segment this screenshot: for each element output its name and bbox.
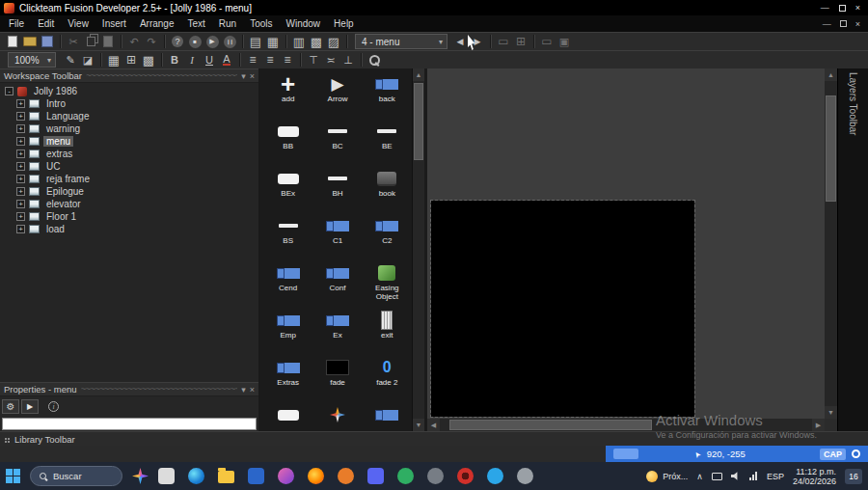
toolbar-icon[interactable]: [62, 52, 79, 68]
menu-item[interactable]: Text: [180, 16, 211, 31]
copilot-icon[interactable]: [132, 468, 149, 484]
scroll-left-icon[interactable]: ◀: [427, 419, 440, 431]
toolbar-icon[interactable]: [143, 34, 160, 49]
expander-icon[interactable]: [16, 99, 25, 108]
toolbar-icon[interactable]: [495, 34, 512, 49]
mdi-minimize-button[interactable]: —: [823, 19, 831, 29]
toolbar-icon[interactable]: [125, 34, 143, 49]
monitor-icon[interactable]: [712, 473, 722, 480]
library-object[interactable]: BE: [363, 120, 412, 167]
toolbar-icon[interactable]: [469, 34, 486, 49]
toolbar-icon[interactable]: [279, 52, 296, 68]
toolbar-icon[interactable]: [325, 34, 342, 49]
library-object[interactable]: C2: [363, 214, 412, 261]
toolbar-icon[interactable]: [39, 34, 56, 49]
toolbar-icon[interactable]: [247, 34, 264, 49]
tree-item[interactable]: Floor 1: [0, 210, 258, 223]
library-object[interactable]: BC: [312, 120, 362, 167]
properties-tab-settings[interactable]: ⚙: [2, 399, 19, 414]
toolbar-icon[interactable]: [366, 52, 383, 68]
maximize-button[interactable]: [839, 5, 846, 12]
scroll-thumb[interactable]: [414, 83, 423, 160]
toolbar-icon[interactable]: [166, 52, 183, 68]
layers-toolbar[interactable]: Layers Toolbar: [837, 68, 868, 431]
tree-root[interactable]: Jolly 1986: [0, 85, 258, 97]
library-object[interactable]: fade 2: [363, 356, 412, 403]
library-object[interactable]: Easing Object: [363, 261, 412, 309]
taskbar-app-icon[interactable]: [158, 468, 175, 484]
start-button[interactable]: [6, 469, 20, 483]
expander-icon[interactable]: [16, 162, 25, 171]
toolbar-icon[interactable]: [218, 52, 235, 68]
menu-item[interactable]: Insert: [95, 16, 133, 31]
toolbar-icon[interactable]: [290, 34, 308, 49]
toolbar-icon[interactable]: [308, 34, 325, 49]
toolbar-icon[interactable]: [186, 34, 203, 49]
library-object[interactable]: Emp: [263, 309, 312, 356]
taskbar-search[interactable]: Buscar: [30, 466, 122, 486]
toolbar-icon[interactable]: [538, 34, 556, 49]
menu-item[interactable]: Window: [280, 16, 328, 31]
scroll-track[interactable]: [440, 419, 812, 431]
tree-item[interactable]: menu: [0, 135, 258, 148]
toolbar-icon[interactable]: [99, 34, 117, 49]
library-scrollbar[interactable]: ▲ ▼: [412, 68, 424, 431]
volume-icon[interactable]: [731, 472, 741, 481]
library-object[interactable]: [263, 403, 312, 431]
pin-icon[interactable]: ▾: [241, 71, 246, 81]
tree-item[interactable]: Epilogue: [0, 185, 258, 198]
taskbar-weather[interactable]: Próx...: [646, 471, 688, 482]
taskbar-app-icon[interactable]: [308, 468, 324, 484]
expander-icon[interactable]: [16, 225, 25, 233]
taskbar-app-icon[interactable]: [427, 468, 444, 484]
close-button[interactable]: ×: [855, 4, 860, 13]
menu-item[interactable]: Tools: [243, 16, 279, 31]
toolbar-icon[interactable]: [261, 52, 279, 68]
mdi-restore-button[interactable]: [840, 20, 847, 27]
toolbar-icon[interactable]: [105, 52, 122, 68]
library-object[interactable]: BS: [263, 214, 312, 261]
library-object[interactable]: Cend: [263, 261, 312, 309]
taskbar-app-icon[interactable]: [517, 468, 533, 484]
library-object[interactable]: BEx: [263, 167, 312, 214]
toolbar-icon[interactable]: [65, 34, 82, 49]
taskbar-app-icon[interactable]: [338, 468, 354, 484]
expander-icon[interactable]: [16, 137, 25, 146]
network-icon[interactable]: [749, 472, 758, 480]
taskbar-app-icon[interactable]: [188, 468, 204, 484]
tree-item[interactable]: UC: [0, 160, 258, 173]
menu-item[interactable]: Arrange: [133, 16, 181, 31]
taskbar-app-icon[interactable]: [367, 468, 384, 484]
library-object[interactable]: Ex: [312, 309, 362, 356]
toolbar-icon[interactable]: [79, 52, 96, 68]
toolbar-icon[interactable]: [82, 34, 99, 49]
properties-tab-runtime[interactable]: ▶: [21, 399, 39, 414]
library-toolbar-bar[interactable]: Library Toolbar: [0, 431, 868, 446]
tree-item[interactable]: warning: [0, 122, 258, 135]
property-value-input[interactable]: [2, 418, 257, 430]
toolbar-icon[interactable]: [322, 52, 339, 68]
scroll-track[interactable]: [413, 81, 424, 419]
toolbar-icon[interactable]: [201, 52, 218, 68]
frame-canvas[interactable]: [431, 201, 694, 417]
taskbar-app-icon[interactable]: [248, 468, 264, 484]
toolbar-icon[interactable]: [140, 52, 157, 68]
scroll-up-icon[interactable]: ▲: [413, 68, 424, 81]
expander-icon[interactable]: [16, 175, 25, 183]
library-object[interactable]: exit: [363, 309, 412, 356]
expander-icon[interactable]: [16, 212, 25, 221]
tree-item[interactable]: reja frame: [0, 173, 258, 185]
library-object[interactable]: book: [363, 167, 412, 214]
toolbar-icon[interactable]: [451, 34, 469, 49]
close-icon[interactable]: ×: [250, 71, 255, 81]
menu-item[interactable]: Run: [212, 16, 243, 31]
menu-item[interactable]: File: [2, 16, 31, 31]
library-object[interactable]: [363, 403, 412, 431]
frame-editor[interactable]: ◀ ▶ ▲ ▼: [427, 68, 837, 431]
toolbar-icon[interactable]: [169, 34, 186, 49]
library-object[interactable]: Extras: [263, 356, 312, 403]
library-object[interactable]: Conf: [312, 261, 362, 309]
expander-icon[interactable]: [16, 150, 25, 158]
taskbar-app-icon[interactable]: [487, 468, 503, 484]
editor-vscrollbar[interactable]: ▲ ▼: [825, 68, 837, 419]
